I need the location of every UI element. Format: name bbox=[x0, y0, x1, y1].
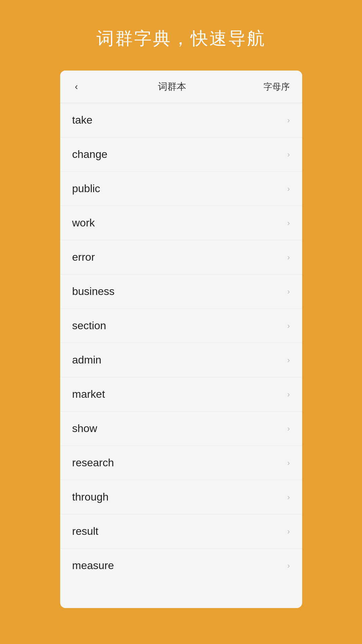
list-item-label: measure bbox=[72, 559, 114, 572]
list-item-label: error bbox=[72, 251, 95, 263]
list-item[interactable]: public› bbox=[60, 172, 302, 206]
chevron-right-icon: › bbox=[287, 355, 290, 365]
list-item[interactable]: admin› bbox=[60, 343, 302, 377]
list-item[interactable]: show› bbox=[60, 412, 302, 446]
list-item[interactable]: business› bbox=[60, 274, 302, 309]
list-item[interactable]: change› bbox=[60, 137, 302, 172]
chevron-right-icon: › bbox=[287, 116, 290, 125]
list-item-label: public bbox=[72, 182, 100, 195]
list-item[interactable]: research› bbox=[60, 446, 302, 480]
list-item[interactable]: section› bbox=[60, 309, 302, 343]
list-item-label: take bbox=[72, 114, 92, 126]
card-header: ‹ 词群本 字母序 bbox=[60, 71, 302, 103]
chevron-right-icon: › bbox=[287, 527, 290, 536]
chevron-right-icon: › bbox=[287, 458, 290, 468]
list-item[interactable]: result› bbox=[60, 514, 302, 549]
chevron-right-icon: › bbox=[287, 492, 290, 502]
chevron-right-icon: › bbox=[287, 287, 290, 296]
list-item-label: show bbox=[72, 422, 97, 435]
chevron-right-icon: › bbox=[287, 321, 290, 331]
list-item[interactable]: error› bbox=[60, 240, 302, 274]
chevron-right-icon: › bbox=[287, 184, 290, 194]
card-header-title: 词群本 bbox=[158, 80, 186, 93]
list-item[interactable]: through› bbox=[60, 480, 302, 514]
back-button[interactable]: ‹ bbox=[72, 80, 81, 93]
list-item-label: through bbox=[72, 491, 109, 503]
list-item-label: work bbox=[72, 217, 95, 229]
list-item-label: research bbox=[72, 457, 114, 469]
list-item[interactable]: work› bbox=[60, 206, 302, 240]
list-item-label: admin bbox=[72, 354, 102, 366]
word-list: take›change›public›work›error›business›s… bbox=[60, 103, 302, 583]
page-title: 词群字典，快速导航 bbox=[83, 0, 279, 71]
list-item-label: business bbox=[72, 285, 115, 298]
list-item[interactable]: market› bbox=[60, 377, 302, 412]
chevron-right-icon: › bbox=[287, 253, 290, 262]
chevron-right-icon: › bbox=[287, 424, 290, 433]
chevron-right-icon: › bbox=[287, 561, 290, 570]
sort-label[interactable]: 字母序 bbox=[264, 81, 290, 93]
word-list-card: ‹ 词群本 字母序 take›change›public›work›error›… bbox=[60, 71, 302, 608]
list-item-label: section bbox=[72, 319, 106, 332]
list-item[interactable]: take› bbox=[60, 103, 302, 137]
chevron-right-icon: › bbox=[287, 390, 290, 399]
list-item-label: market bbox=[72, 388, 105, 400]
chevron-right-icon: › bbox=[287, 218, 290, 228]
chevron-right-icon: › bbox=[287, 150, 290, 159]
list-item-label: result bbox=[72, 525, 98, 538]
list-item-label: change bbox=[72, 148, 108, 161]
list-item[interactable]: measure› bbox=[60, 549, 302, 583]
